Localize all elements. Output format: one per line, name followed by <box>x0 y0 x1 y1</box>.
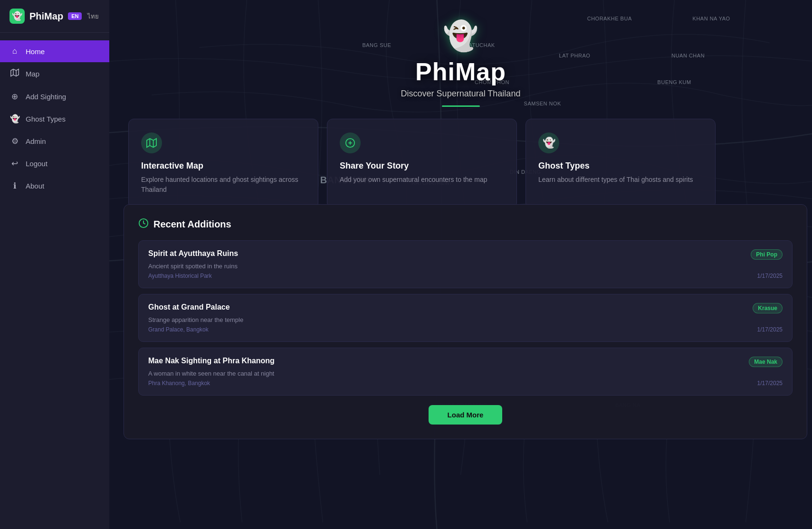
map-card-title: Interactive Map <box>141 161 306 171</box>
sidebar-item-ghost-types[interactable]: 👻 Ghost Types <box>0 108 109 130</box>
sidebar-item-label-home: Home <box>26 47 45 56</box>
sidebar-item-label-ghost-types: Ghost Types <box>26 115 66 123</box>
map-card-desc: Explore haunted locations and ghost sigh… <box>141 175 306 195</box>
share-card-icon <box>340 132 361 153</box>
sighting-item-3[interactable]: Mae Nak Sighting at Phra Khanong Mae Nak… <box>138 348 793 396</box>
logout-icon: ↩ <box>10 159 20 169</box>
settings-icon: ⚙ <box>10 136 20 146</box>
sighting-location-2: Grand Palace, Bangkok <box>148 326 209 333</box>
sighting-date-2: 1/17/2025 <box>757 326 783 333</box>
ghost-card-icon: 👻 <box>538 132 559 153</box>
ghost-card-desc: Learn about different types of Thai ghos… <box>538 175 703 185</box>
feature-card-share-story[interactable]: Share Your Story Add your own supernatur… <box>327 119 517 208</box>
ghost-type-badge-2: Krasue <box>753 303 783 313</box>
home-icon: ⌂ <box>10 47 20 56</box>
sidebar-item-label-map: Map <box>26 70 39 78</box>
svg-marker-3 <box>147 139 156 147</box>
sighting-desc-1: Ancient spirit spotted in the ruins <box>148 263 783 270</box>
share-card-title: Share Your Story <box>340 161 504 171</box>
sidebar-item-admin[interactable]: ⚙ Admin <box>0 130 109 152</box>
sighting-date-3: 1/17/2025 <box>757 380 783 387</box>
main-content: CHORAKHE BUA KHAN NA YAO BANG SUE CHATUC… <box>109 0 812 529</box>
sighting-date-1: 1/17/2025 <box>757 273 783 279</box>
sighting-row3-2: Grand Palace, Bangkok 1/17/2025 <box>148 326 783 333</box>
hero-subtitle: Discover Supernatural Thailand <box>401 89 521 99</box>
load-more-button[interactable]: Load More <box>429 405 503 425</box>
share-card-desc: Add your own supernatural encounters to … <box>340 175 504 185</box>
map-icon <box>10 68 20 79</box>
sidebar-item-label-about: About <box>26 182 44 190</box>
sighting-name-1: Spirit at Ayutthaya Ruins <box>148 249 238 258</box>
sighting-row3-3: Phra Khanong, Bangkok 1/17/2025 <box>148 380 783 387</box>
hero-section: 👻 PhiMap Discover Supernatural Thailand <box>109 0 812 107</box>
sidebar-item-about[interactable]: ℹ About <box>0 175 109 197</box>
info-icon: ℹ <box>10 181 20 191</box>
recent-clock-icon <box>138 218 149 231</box>
sidebar-item-map[interactable]: Map <box>0 62 109 85</box>
recent-header: Recent Additions <box>138 218 793 231</box>
ghost-type-badge-1: Phi Pop <box>751 249 783 260</box>
load-more-wrap: Load More <box>138 405 793 425</box>
sidebar-item-add-sighting[interactable]: ⊕ Add Sighting <box>0 85 109 108</box>
logo-icon: 👻 <box>10 9 25 24</box>
sighting-name-3: Mae Nak Sighting at Phra Khanong <box>148 357 275 365</box>
plus-circle-icon: ⊕ <box>10 92 20 102</box>
thai-label: ไทย <box>87 11 99 21</box>
sidebar-item-logout[interactable]: ↩ Logout <box>0 152 109 175</box>
nav-menu: ⌂ Home Map ⊕ Add Sighting 👻 Ghost Types … <box>0 33 109 529</box>
ghost-card-title: Ghost Types <box>538 161 703 171</box>
sighting-item-2[interactable]: Ghost at Grand Palace Krasue Strange app… <box>138 294 793 342</box>
sighting-desc-2: Strange apparition near the temple <box>148 316 783 323</box>
map-card-icon <box>141 132 162 153</box>
sighting-location-3: Phra Khanong, Bangkok <box>148 380 210 387</box>
sidebar: 👻 PhiMap EN ไทย ⌂ Home Map ⊕ Add Sightin… <box>0 0 109 529</box>
sidebar-item-label-logout: Logout <box>26 160 48 168</box>
ghost-icon: 👻 <box>10 114 20 124</box>
sighting-name-2: Ghost at Grand Palace <box>148 303 230 312</box>
feature-card-ghost-types[interactable]: 👻 Ghost Types Learn about different type… <box>525 119 716 208</box>
sighting-row3-1: Ayutthaya Historical Park 1/17/2025 <box>148 273 783 279</box>
svg-marker-0 <box>11 69 19 76</box>
sidebar-item-label-add-sighting: Add Sighting <box>26 93 66 101</box>
sighting-item-1[interactable]: Spirit at Ayutthaya Ruins Phi Pop Ancien… <box>138 240 793 288</box>
sighting-row1-3: Mae Nak Sighting at Phra Khanong Mae Nak <box>148 357 783 367</box>
hero-divider <box>442 105 480 107</box>
ghost-type-badge-3: Mae Nak <box>749 357 783 367</box>
sidebar-item-home[interactable]: ⌂ Home <box>0 40 109 62</box>
sidebar-item-label-admin: Admin <box>26 137 46 145</box>
hero-ghost-icon: 👻 <box>443 19 478 53</box>
app-name: PhiMap <box>29 11 63 22</box>
sighting-row1-1: Spirit at Ayutthaya Ruins Phi Pop <box>148 249 783 260</box>
feature-card-interactive-map[interactable]: Interactive Map Explore haunted location… <box>128 119 318 208</box>
lang-badge[interactable]: EN <box>68 12 82 20</box>
recent-title: Recent Additions <box>153 219 231 230</box>
feature-cards: Interactive Map Explore haunted location… <box>124 119 812 208</box>
logo-area: 👻 PhiMap EN ไทย <box>0 0 109 33</box>
hero-title: PhiMap <box>415 57 506 86</box>
sighting-desc-3: A woman in white seen near the canal at … <box>148 370 783 377</box>
recent-additions-panel: Recent Additions Spirit at Ayutthaya Rui… <box>124 204 807 439</box>
sighting-location-1: Ayutthaya Historical Park <box>148 273 212 279</box>
sighting-row1-2: Ghost at Grand Palace Krasue <box>148 303 783 313</box>
